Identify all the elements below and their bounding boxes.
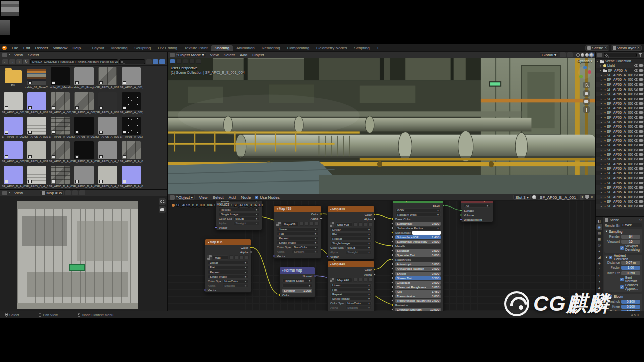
disable-render-icon[interactable]: [639, 186, 643, 189]
disable-render-icon[interactable]: [639, 205, 643, 207]
hide-eye-icon[interactable]: [634, 158, 638, 160]
image-unlink-button[interactable]: [368, 278, 372, 282]
image-new-button[interactable]: [229, 255, 233, 259]
properties-tab-view-layer[interactable]: ▦: [596, 236, 602, 242]
hide-eye-icon[interactable]: [634, 172, 638, 174]
display-vertical-list-icon[interactable]: [146, 59, 152, 64]
properties-tab-world[interactable]: ●: [596, 248, 602, 254]
fb-menu-select[interactable]: Select: [25, 52, 41, 58]
workspace-tab-texture-paint[interactable]: Texture Paint: [181, 45, 211, 51]
bsdf-param-subsurface-radius[interactable]: Subsurface Radius▾: [393, 226, 443, 230]
disable-render-icon[interactable]: [639, 135, 643, 137]
file-search-input[interactable]: [119, 59, 145, 64]
menu-edit[interactable]: Edit: [21, 45, 33, 51]
image-texture-node-map36[interactable]: Map #36ColorAlphaMap #36Linear▾Flat▾Repe…: [205, 239, 251, 293]
input-socket[interactable]: [391, 249, 394, 252]
disclosure-icon[interactable]: ▾: [597, 60, 599, 63]
samples-viewport-field[interactable]: 16: [621, 240, 640, 244]
extension-dropdown[interactable]: Repeat▾: [277, 236, 318, 240]
value-slider[interactable]: Specular0.500: [395, 249, 441, 253]
hide-eye-icon[interactable]: [634, 163, 638, 165]
extension-dropdown[interactable]: Repeat▾: [330, 292, 372, 296]
file-item[interactable]: SF_AP05_B_A_001..: [119, 141, 143, 166]
properties-tab-object[interactable]: ◪: [596, 254, 602, 260]
file-item[interactable]: PV: [1, 67, 25, 92]
vp-menu-view[interactable]: View: [208, 52, 221, 58]
bsdf-param-ior[interactable]: IOR1.450: [393, 289, 443, 294]
workspace-tab-uv-editing[interactable]: UV Editing: [154, 45, 181, 51]
disclosure-icon[interactable]: ▸: [601, 148, 603, 151]
extension-dropdown[interactable]: Repeat▾: [208, 270, 248, 274]
disclosure-icon[interactable]: ▸: [601, 162, 603, 165]
image-pack-button[interactable]: [239, 255, 244, 259]
outliner-row-object[interactable]: ▸▿SF_AP05_A_001_025: [596, 185, 644, 190]
outliner-row-object[interactable]: ▸▿SF_AP05_A_001_029: [596, 204, 644, 208]
bsdf-param-roughness[interactable]: Roughness: [393, 257, 443, 262]
outliner-row-object[interactable]: ▸▿SF_AP05_A_001_002: [596, 77, 644, 82]
hide-eye-icon[interactable]: [634, 177, 638, 179]
navigation-gizmo[interactable]: [578, 66, 591, 79]
value-slider[interactable]: Clearcoat0.000: [395, 281, 441, 285]
volume-input-socket[interactable]: [460, 214, 462, 216]
disable-render-icon[interactable]: [639, 177, 643, 179]
disclosure-icon[interactable]: ▸: [601, 191, 603, 194]
image-open-button[interactable]: [305, 222, 309, 226]
hide-eye-icon[interactable]: [634, 116, 638, 119]
nav-forward-button[interactable]: →: [9, 59, 15, 64]
outliner-row-collection[interactable]: ▾SF_AP05_A: [596, 68, 644, 73]
color-space-dropdown[interactable]: Non-Color▾: [222, 279, 248, 283]
displacement-input-socket[interactable]: [460, 218, 462, 221]
projection-dropdown[interactable]: Flat▾: [330, 232, 372, 236]
file-item[interactable]: SF_AP05_A_001_H..: [119, 67, 143, 92]
image-browse-icon[interactable]: [330, 278, 334, 282]
disable-render-icon[interactable]: [639, 64, 643, 67]
material-unlink-icon[interactable]: ✕: [590, 195, 593, 199]
hide-eye-icon[interactable]: [634, 153, 638, 156]
image-unlink-button[interactable]: [368, 222, 372, 226]
gizmo-x-axis[interactable]: [588, 70, 591, 74]
value-slider[interactable]: Anisotropic Rotation0.000: [395, 267, 441, 271]
value-field[interactable]: 0.800: [621, 300, 640, 304]
fb-menu-view[interactable]: View: [12, 52, 25, 58]
value-field[interactable]: 6.500: [621, 310, 640, 311]
value-field[interactable]: 0.500: [621, 305, 640, 309]
nav-refresh-button[interactable]: ↻: [23, 59, 29, 64]
file-item[interactable]: cable_01_Metallic..: [48, 67, 72, 92]
value-slider[interactable]: Subsurface Anisotropy0.000: [395, 240, 441, 244]
hide-eye-icon[interactable]: [634, 69, 638, 72]
bsdf-param-base-color[interactable]: Base Color: [393, 217, 443, 221]
disclosure-icon[interactable]: ▸: [601, 107, 603, 110]
hide-eye-icon[interactable]: [634, 196, 638, 198]
file-item[interactable]: SF_AP05_A_003_H..: [96, 117, 119, 141]
alpha-output-socket[interactable]: [250, 251, 252, 253]
scene-unlink-icon[interactable]: ✕: [604, 46, 607, 50]
bsdf-param-subsurface-ior[interactable]: Subsurface IOR1.400: [393, 235, 443, 239]
surface-input-socket[interactable]: [460, 209, 462, 212]
vp-menu-select[interactable]: Select: [221, 52, 237, 58]
value-slider[interactable]: Anisotropic0.000: [395, 262, 441, 266]
outliner-row-object[interactable]: ▸▿SF_AP05_A_001_004: [596, 87, 644, 92]
disclosure-icon[interactable]: ▸: [601, 153, 603, 156]
pan-icon[interactable]: [583, 90, 590, 97]
shader-type-dropdown[interactable]: Object ▾: [176, 195, 195, 200]
color-output-socket[interactable]: [250, 246, 252, 249]
image-open-button[interactable]: [234, 255, 238, 259]
image-texture-node-map40[interactable]: Map #40ColorAlphaMap #40Linear▾Flat▾Repe…: [327, 261, 375, 311]
hide-eye-icon[interactable]: [634, 121, 638, 123]
projection-dropdown[interactable]: Flat▾: [208, 265, 248, 269]
image-pack-button[interactable]: [363, 278, 367, 282]
image-texture-node-map39[interactable]: Map #39ColorAlphaMap #39Linear▾Flat▾Repe…: [274, 205, 321, 259]
tool-rotate-icon[interactable]: [189, 59, 195, 64]
hide-eye-icon[interactable]: [634, 182, 638, 184]
disable-render-icon[interactable]: [639, 98, 643, 100]
input-socket[interactable]: [391, 277, 394, 279]
value-field[interactable]: 0.250: [621, 271, 640, 275]
workspace-tab-rendering[interactable]: Rendering: [258, 45, 284, 51]
outliner-row-object[interactable]: ▸▿SF_AP05_A_001_017: [596, 148, 644, 152]
bsdf-param-anisotropic-rotation[interactable]: Anisotropic Rotation0.000: [393, 266, 443, 271]
tool-scale-icon[interactable]: [196, 59, 201, 64]
extension-dropdown[interactable]: Repeat▾: [330, 237, 372, 241]
disable-render-icon[interactable]: [639, 111, 643, 114]
outliner-row-object[interactable]: ▸▿SF_AP05_A_001_020: [596, 162, 644, 166]
input-socket[interactable]: [391, 231, 394, 234]
